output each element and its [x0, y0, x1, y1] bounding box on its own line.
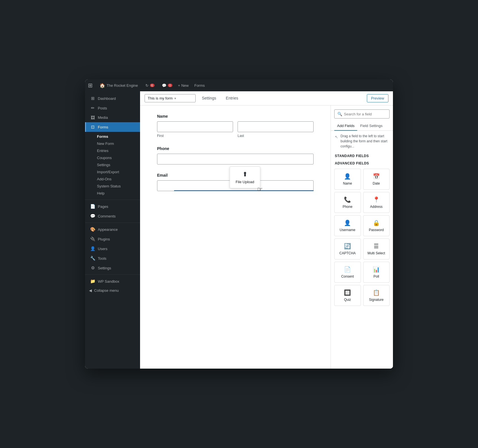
upload-label: File Upload [236, 180, 254, 184]
file-upload-tooltip: ⬆ File Upload ☞ [230, 166, 260, 188]
panel-tab-add-fields[interactable]: Add Fields [334, 121, 357, 131]
form-canvas: Name First Last [140, 105, 331, 369]
submenu-system-status[interactable]: System Status [85, 183, 140, 190]
cursor-icon: ☞ [257, 186, 263, 193]
tab-settings[interactable]: Settings [198, 94, 220, 103]
sidebar-item-comments[interactable]: 💬 Comments [85, 211, 140, 221]
sidebar-item-tools[interactable]: 🔧 Tools [85, 253, 140, 263]
admin-bar-forms[interactable]: Forms [193, 82, 206, 89]
phone-field-label: Phone [157, 146, 314, 151]
admin-bar: ⊞ 🏠 The Rocket Engine ↻ 6 💬 0 + New Form… [85, 79, 393, 91]
comments-icon: 💬 [162, 83, 166, 88]
field-card-consent[interactable]: 📄 Consent [334, 262, 361, 283]
preview-button[interactable]: Preview [367, 94, 388, 102]
field-card-date[interactable]: 📅 Date [363, 169, 390, 190]
last-name-input[interactable] [238, 121, 314, 132]
sidebar-item-wp-sandbox-label: WP Sandbox [98, 279, 119, 284]
drag-hint: ↖ Drag a field to the left to start buil… [331, 131, 393, 152]
field-icon-captcha: 🔄 [344, 243, 351, 250]
divider-2 [85, 223, 140, 223]
sidebar-item-dashboard[interactable]: ⊞ Dashboard [85, 94, 140, 103]
last-name-field: Last [238, 121, 314, 138]
submenu-help[interactable]: Help [85, 190, 140, 197]
submenu-settings[interactable]: Settings [85, 161, 140, 168]
sidebar-item-tools-label: Tools [98, 256, 106, 261]
forms-nav-icon: ⊡ [90, 124, 96, 130]
field-icon-phone: 📞 [344, 196, 351, 203]
field-card-name[interactable]: 👤 Name [334, 169, 361, 190]
sidebar-item-forms-label: Forms [98, 125, 108, 129]
sidebar-item-pages[interactable]: 📄 Pages [85, 202, 140, 211]
wp-logo[interactable]: ⊞ [88, 82, 93, 89]
sidebar-item-posts-label: Posts [98, 106, 107, 110]
updates-icon: ↻ [145, 83, 149, 88]
field-icon-name: 👤 [344, 173, 351, 180]
phone-input[interactable] [157, 154, 314, 164]
sidebar-item-settings-label: Settings [98, 266, 111, 270]
collapse-icon: ◀ [89, 288, 92, 293]
field-card-address[interactable]: 📍 Address [363, 192, 390, 213]
site-name: The Rocket Engine [107, 83, 138, 88]
sidebar-item-plugins[interactable]: 🔌 Plugins [85, 234, 140, 244]
field-search-input[interactable] [344, 112, 386, 116]
admin-bar-new[interactable]: + New [178, 83, 189, 88]
sidebar-item-media[interactable]: 🖼 Media [85, 113, 140, 122]
field-search[interactable]: 🔍 [334, 109, 390, 119]
sidebar-item-settings[interactable]: ⚙ Settings [85, 263, 140, 273]
submenu-coupons[interactable]: Coupons [85, 154, 140, 161]
admin-bar-comments[interactable]: 💬 0 [160, 82, 174, 89]
sidebar-item-wp-sandbox[interactable]: 📁 WP Sandbox [85, 276, 140, 286]
posts-icon: ✏ [90, 105, 96, 111]
new-label: New [181, 83, 189, 88]
main-layout: ⊞ Dashboard ✏ Posts 🖼 Media ⊡ Forms Form… [85, 91, 393, 369]
field-card-poll[interactable]: 📊 Poll [363, 262, 390, 283]
divider-1 [85, 200, 140, 200]
field-card-captcha-label: CAPTCHA [339, 251, 356, 255]
panel-tab-field-settings[interactable]: Field Settings [357, 121, 385, 131]
divider-3 [85, 274, 140, 275]
search-icon: 🔍 [337, 112, 342, 116]
field-card-password-label: Password [369, 228, 384, 232]
submenu-new-form-label: New Form [97, 141, 114, 146]
admin-bar-updates[interactable]: ↻ 6 [144, 82, 156, 89]
field-card-multi-select[interactable]: ☰ Multi Select [363, 238, 390, 259]
field-card-password[interactable]: 🔒 Password [363, 215, 390, 236]
submenu-new-form[interactable]: New Form [85, 140, 140, 147]
form-field-phone: Phone [157, 146, 314, 164]
form-tabs-bar: This is my form ▾ Settings Entries Previ… [140, 91, 393, 105]
pages-icon: 📄 [90, 204, 96, 209]
last-name-sublabel: Last [238, 134, 314, 138]
sidebar-item-users[interactable]: 👤 Users [85, 244, 140, 253]
field-card-quiz[interactable]: 🔲 Quiz [334, 285, 361, 306]
sidebar-item-posts[interactable]: ✏ Posts [85, 103, 140, 113]
field-icon-password: 🔒 [373, 219, 380, 226]
plus-icon: + [178, 83, 180, 88]
name-field-label: Name [157, 114, 314, 119]
sidebar-item-forms[interactable]: ⊡ Forms [85, 122, 140, 132]
submenu-import-export[interactable]: Import/Export [85, 168, 140, 176]
sidebar-item-appearance[interactable]: 🎨 Appearance [85, 225, 140, 234]
field-card-poll-label: Poll [373, 274, 379, 278]
sidebar-comments-icon: 💬 [90, 214, 96, 219]
field-card-signature[interactable]: 📋 Signature [363, 285, 390, 306]
field-card-phone[interactable]: 📞 Phone [334, 192, 361, 213]
field-icon-address: 📍 [373, 196, 380, 203]
field-card-consent-label: Consent [341, 274, 354, 278]
submenu-entries-label: Entries [97, 149, 108, 153]
appearance-icon: 🎨 [90, 227, 96, 232]
submenu-add-ons[interactable]: Add-Ons [85, 176, 140, 183]
sidebar-collapse[interactable]: ◀ Collapse menu [85, 286, 140, 295]
submenu-forms[interactable]: Forms [85, 133, 140, 140]
content-area: This is my form ▾ Settings Entries Previ… [140, 91, 393, 369]
field-icon-consent: 📄 [344, 266, 351, 273]
field-card-username[interactable]: 👤 Username [334, 215, 361, 236]
tab-entries[interactable]: Entries [223, 94, 242, 103]
form-selector[interactable]: This is my form ▾ [145, 94, 196, 102]
upload-icon: ⬆ [236, 171, 254, 178]
submenu-entries[interactable]: Entries [85, 147, 140, 154]
first-name-field: First [157, 121, 233, 138]
field-card-captcha[interactable]: 🔄 CAPTCHA [334, 238, 361, 259]
admin-bar-site[interactable]: 🏠 The Rocket Engine [98, 82, 140, 89]
first-name-input[interactable] [157, 121, 233, 132]
tools-icon: 🔧 [90, 256, 96, 261]
